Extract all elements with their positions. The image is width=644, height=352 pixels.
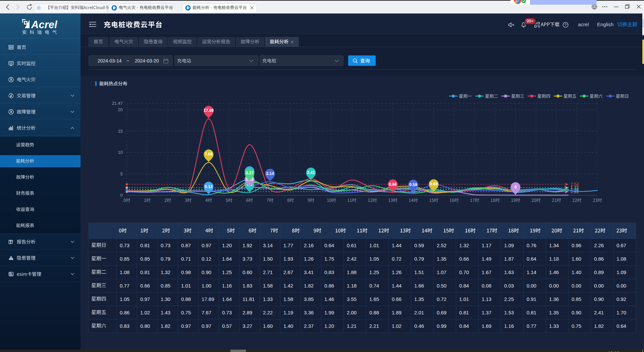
svg-text:1.28: 1.28	[571, 187, 579, 192]
svg-text:0.12: 0.12	[205, 184, 213, 189]
svg-text:17.89: 17.89	[204, 108, 214, 113]
svg-text:3.14: 3.14	[266, 171, 274, 176]
svg-text:5: 5	[120, 171, 123, 176]
svg-text:15: 15	[118, 129, 123, 134]
svg-text:3.27: 3.27	[246, 171, 254, 175]
svg-text:0.66: 0.66	[389, 182, 397, 187]
svg-text:20: 20	[118, 107, 123, 112]
svg-text:3.41: 3.41	[307, 170, 315, 175]
svg-text:0.59: 0.59	[409, 182, 417, 187]
svg-text:0: 0	[515, 185, 517, 189]
svg-text:10: 10	[118, 150, 123, 155]
svg-text:21.47: 21.47	[112, 101, 123, 106]
svg-text:0.69: 0.69	[430, 182, 438, 186]
svg-text:0: 0	[120, 193, 123, 198]
svg-text:?: ?	[565, 23, 567, 27]
svg-text:7.68: 7.68	[205, 152, 213, 157]
